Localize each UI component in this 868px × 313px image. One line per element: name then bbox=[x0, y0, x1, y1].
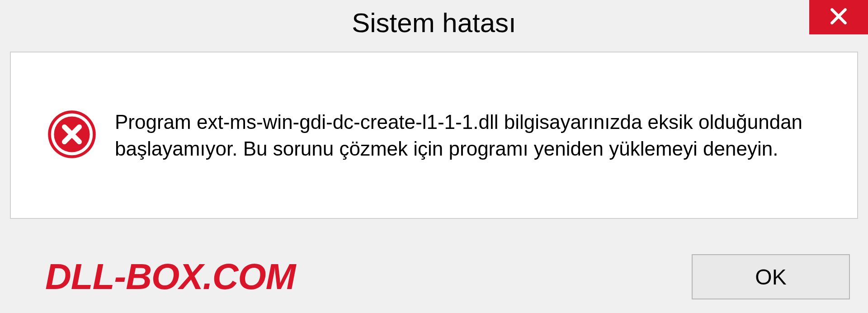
error-icon bbox=[47, 109, 97, 161]
titlebar: Sistem hatası bbox=[0, 0, 868, 45]
dialog-content: Program ext-ms-win-gdi-dc-create-l1-1-1.… bbox=[10, 52, 858, 219]
close-icon bbox=[829, 6, 849, 28]
brand-watermark: DLL-BOX.COM bbox=[45, 256, 295, 298]
dialog-message: Program ext-ms-win-gdi-dc-create-l1-1-1.… bbox=[115, 109, 839, 162]
dialog-title: Sistem hatası bbox=[352, 7, 516, 38]
ok-button[interactable]: OK bbox=[692, 254, 850, 299]
dialog-footer: DLL-BOX.COM OK bbox=[0, 254, 868, 299]
close-button[interactable] bbox=[809, 0, 868, 34]
